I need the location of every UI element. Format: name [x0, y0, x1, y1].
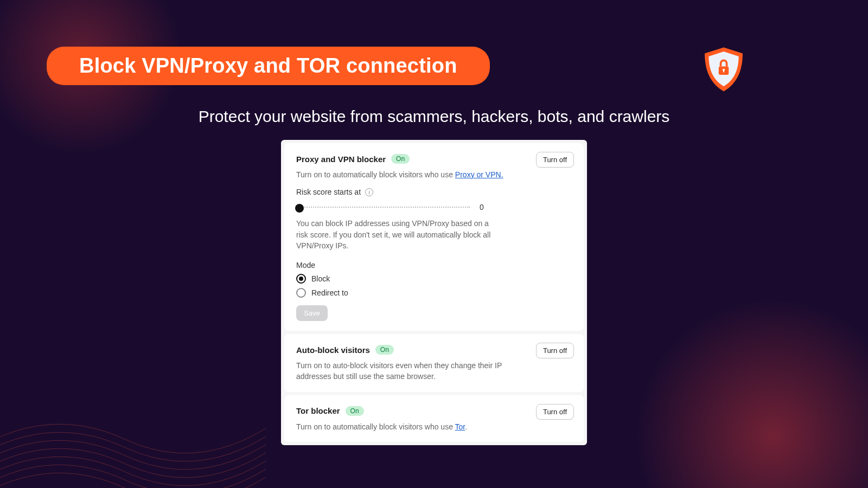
info-icon[interactable]: i [365, 188, 373, 196]
status-badge-proxy: On [391, 154, 410, 164]
radio-redirect[interactable]: Redirect to [296, 288, 572, 298]
mode-radio-group: Block Redirect to [296, 274, 572, 298]
radio-icon [296, 288, 306, 298]
card-title-autoblock: Auto-block visitors [296, 345, 370, 355]
card-desc-tor: Turn on to automatically block visitors … [296, 421, 513, 432]
risk-score-value: 0 [480, 203, 484, 211]
turn-off-autoblock-button[interactable]: Turn off [536, 343, 574, 358]
desc-prefix: Turn on to automatically block visitors … [296, 170, 455, 179]
mode-label: Mode [296, 261, 572, 269]
status-badge-tor: On [346, 406, 364, 416]
tor-link[interactable]: Tor [455, 422, 465, 431]
page-subtitle: Protect your website from scammers, hack… [0, 107, 868, 126]
radio-block[interactable]: Block [296, 274, 572, 284]
card-proxy-vpn-blocker: Turn off Proxy and VPN blocker On Turn o… [284, 143, 584, 331]
card-tor-blocker: Turn off Tor blocker On Turn on to autom… [284, 395, 584, 442]
svg-rect-2 [723, 70, 724, 73]
risk-score-label: Risk score starts at [296, 188, 361, 196]
card-title-tor: Tor blocker [296, 406, 340, 415]
radio-icon [296, 274, 306, 284]
settings-panel: Turn off Proxy and VPN blocker On Turn o… [281, 140, 587, 445]
page-title-pill: Block VPN/Proxy and TOR connection [47, 47, 490, 85]
slider-thumb[interactable] [295, 204, 304, 213]
card-auto-block-visitors: Turn off Auto-block visitors On Turn on … [284, 334, 584, 392]
radio-label-redirect: Redirect to [311, 288, 348, 297]
desc-prefix: Turn on to automatically block visitors … [296, 422, 455, 431]
save-button[interactable]: Save [296, 305, 328, 321]
shield-lock-icon [699, 44, 749, 94]
bg-glow-bottom-right [624, 287, 868, 488]
page-title: Block VPN/Proxy and TOR connection [79, 54, 457, 77]
risk-score-slider[interactable] [296, 207, 470, 208]
risk-score-helper: You can block IP addresses using VPN/Pro… [296, 218, 492, 251]
turn-off-proxy-button[interactable]: Turn off [536, 152, 574, 168]
desc-suffix: . [465, 422, 467, 431]
radio-label-block: Block [311, 274, 330, 283]
decorative-waves [0, 374, 266, 488]
proxy-or-vpn-link[interactable]: Proxy or VPN. [455, 170, 503, 179]
card-desc-autoblock: Turn on to auto-block visitors even when… [296, 360, 513, 382]
card-title-proxy: Proxy and VPN blocker [296, 155, 386, 164]
card-desc-proxy: Turn on to automatically block visitors … [296, 169, 513, 180]
turn-off-tor-button[interactable]: Turn off [536, 404, 574, 420]
status-badge-autoblock: On [375, 345, 394, 355]
